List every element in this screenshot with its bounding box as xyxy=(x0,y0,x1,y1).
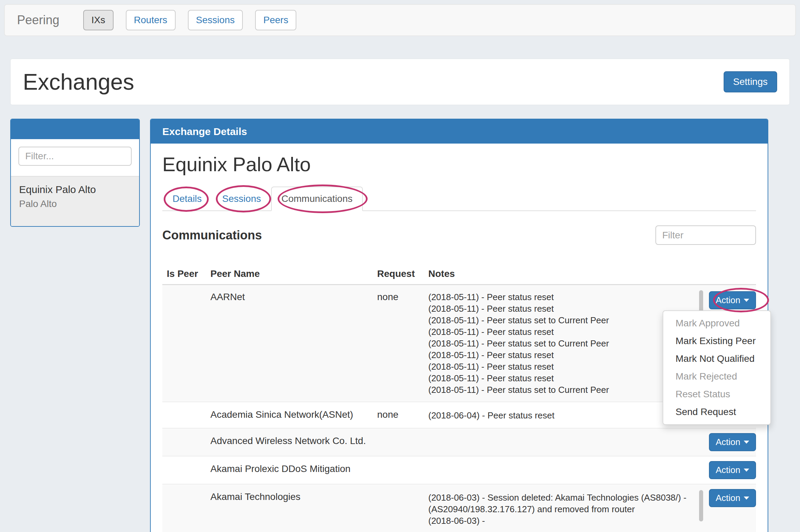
note-line: (2018-05-11) - Peer status reset xyxy=(428,361,690,372)
note-line: (2018-05-11) - Peer status reset xyxy=(428,372,690,384)
exchange-details-header: Exchange Details xyxy=(151,119,768,144)
navbar: Peering IXs Routers Sessions Peers xyxy=(4,4,796,36)
note-line: (2018-05-11) - Peer status reset xyxy=(428,291,690,303)
communications-title: Communications xyxy=(162,228,262,242)
note-line: (2018-05-11) - Peer status reset xyxy=(428,326,690,338)
exchange-name: Equinix Palo Alto xyxy=(19,183,131,196)
page-title: Exchanges xyxy=(23,69,134,95)
page-header-panel: Exchanges Settings xyxy=(10,59,790,105)
note-line: (2018-05-11) - Peer status set to Curren… xyxy=(428,384,690,396)
table-row: Advanced Wireless Network Co. Ltd. Actio… xyxy=(162,428,756,456)
is-peer-value xyxy=(162,456,210,484)
request-value xyxy=(377,484,428,532)
navbar-item-peers[interactable]: Peers xyxy=(255,10,296,30)
col-notes: Notes xyxy=(428,264,696,284)
exchange-list-panel-header xyxy=(11,119,139,139)
col-is-peer: Is Peer xyxy=(162,264,210,284)
tab-bar: Details Sessions Communications xyxy=(162,187,756,211)
table-row: Akamai Prolexic DDoS Mitigation Action xyxy=(162,456,756,484)
note-line: (2018-06-03) - Session deleted: Akamai T… xyxy=(428,492,690,515)
communications-filter-input[interactable] xyxy=(655,225,756,245)
settings-button[interactable]: Settings xyxy=(724,71,777,92)
navbar-item-ixs[interactable]: IXs xyxy=(83,10,113,30)
navbar-item-routers[interactable]: Routers xyxy=(126,10,176,30)
col-request: Request xyxy=(377,264,428,284)
actions-cell: Action xyxy=(696,428,756,456)
col-peer-name: Peer Name xyxy=(210,264,377,284)
action-dropdown-button[interactable]: Action xyxy=(709,461,756,479)
note-line: (2018-05-11) - Peer status set to Curren… xyxy=(428,314,690,326)
notes-cell xyxy=(428,428,696,456)
communications-section-header: Communications xyxy=(162,225,756,245)
tab-details[interactable]: Details xyxy=(162,187,212,211)
caret-down-icon xyxy=(744,299,749,302)
notes-scrollbar-thumb[interactable] xyxy=(699,490,703,521)
action-button-label: Action xyxy=(716,465,740,475)
caret-down-icon xyxy=(744,497,749,500)
notes-cell: (2018-06-03) - Session deleted: Akamai T… xyxy=(428,484,696,532)
notes-cell xyxy=(428,456,696,484)
peer-name: Akamai Technologies xyxy=(210,484,377,532)
menu-item-mark-rejected[interactable]: Mark Rejected xyxy=(663,368,770,385)
tab-sessions[interactable]: Sessions xyxy=(212,187,271,211)
caret-down-icon xyxy=(744,469,749,472)
navbar-brand: Peering xyxy=(17,13,59,27)
notes-cell: (2018-05-11) - Peer status reset (2018-0… xyxy=(428,285,696,402)
is-peer-value xyxy=(162,285,210,402)
peer-name: Advanced Wireless Network Co. Ltd. xyxy=(210,428,377,456)
notes-cell: (2018-06-04) - Peer status reset xyxy=(428,402,696,428)
table-header-row: Is Peer Peer Name Request Notes xyxy=(162,264,756,285)
note-line: (2018-06-04) - Peer status reset xyxy=(428,410,690,421)
menu-item-mark-existing-peer[interactable]: Mark Existing Peer xyxy=(663,332,770,350)
exchange-list-item[interactable]: Equinix Palo Alto Palo Alto xyxy=(11,176,139,226)
exchange-list-panel: Equinix Palo Alto Palo Alto xyxy=(10,119,140,227)
action-button-label: Action xyxy=(716,437,740,447)
menu-item-mark-approved[interactable]: Mark Approved xyxy=(663,314,770,332)
col-actions xyxy=(696,264,756,284)
note-line: (2018-05-11) - Peer status reset xyxy=(428,303,690,314)
action-button-label: Action xyxy=(716,295,740,306)
is-peer-value xyxy=(162,402,210,428)
note-line: (2018-06-03) - xyxy=(428,515,690,527)
table-row: Akamai Technologies (2018-06-03) - Sessi… xyxy=(162,484,756,532)
exchange-city: Palo Alto xyxy=(19,198,131,209)
actions-cell: Action xyxy=(696,456,756,484)
peer-name: Academia Sinica Network(ASNet) xyxy=(210,402,377,428)
note-line: (2018-05-11) - Peer status reset xyxy=(428,349,690,361)
caret-down-icon xyxy=(744,441,749,444)
exchange-title: Equinix Palo Alto xyxy=(162,154,756,175)
menu-item-reset-status[interactable]: Reset Status xyxy=(663,385,770,403)
exchange-filter-input[interactable] xyxy=(18,147,132,166)
request-value xyxy=(377,456,428,484)
actions-cell: Action xyxy=(696,484,756,532)
peer-name: Akamai Prolexic DDoS Mitigation xyxy=(210,456,377,484)
navbar-item-sessions[interactable]: Sessions xyxy=(188,10,243,30)
action-button-label: Action xyxy=(716,493,740,503)
is-peer-value xyxy=(162,428,210,456)
is-peer-value xyxy=(162,484,210,532)
action-dropdown-button[interactable]: Action xyxy=(709,433,756,451)
note-line: (2018-05-11) - Peer status set to Curren… xyxy=(428,338,690,349)
action-dropdown-menu: Mark Approved Mark Existing Peer Mark No… xyxy=(663,310,771,425)
exchange-filter-wrap xyxy=(11,139,139,176)
action-dropdown-button[interactable]: Action xyxy=(709,291,756,309)
request-value xyxy=(377,428,428,456)
menu-item-mark-not-qualified[interactable]: Mark Not Qualified xyxy=(663,350,770,368)
peer-name: AARNet xyxy=(210,285,377,402)
action-dropdown-button[interactable]: Action xyxy=(709,489,756,507)
menu-item-send-request[interactable]: Send Request xyxy=(663,403,770,421)
tab-communications[interactable]: Communications xyxy=(271,187,363,211)
request-value: none xyxy=(377,402,428,428)
request-value: none xyxy=(377,285,428,402)
